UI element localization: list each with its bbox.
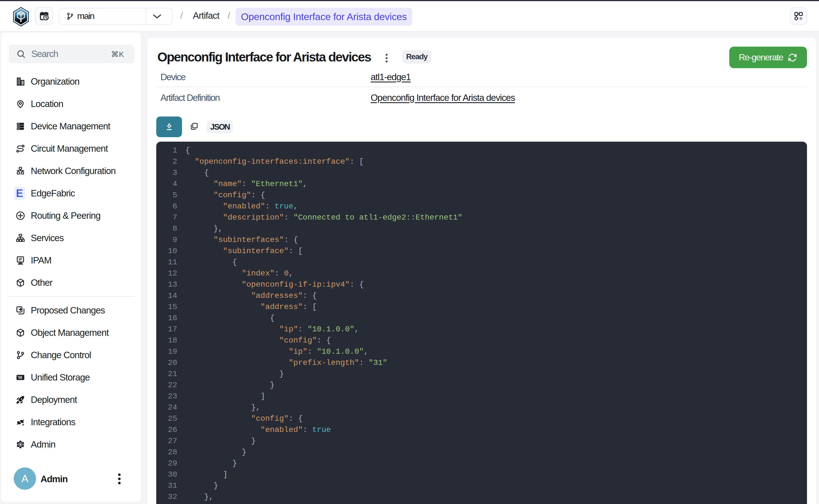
svg-text:A: A <box>22 473 28 484</box>
svg-text:IP: IP <box>19 257 22 261</box>
